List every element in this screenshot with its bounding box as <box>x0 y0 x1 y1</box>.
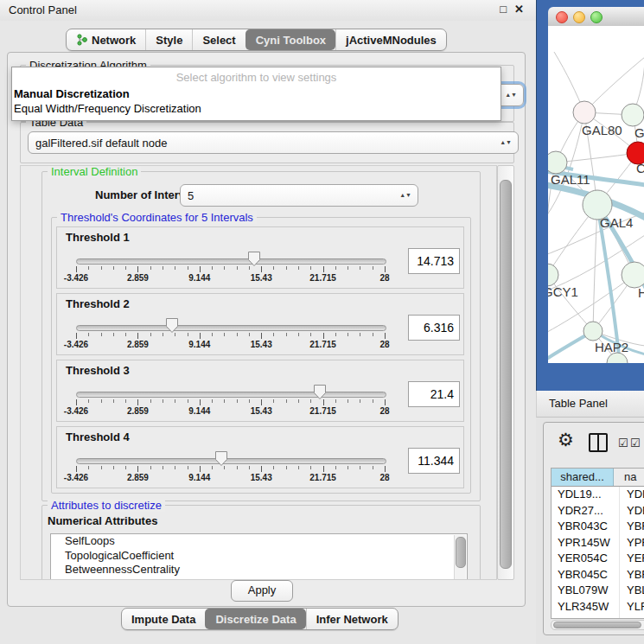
slider-track[interactable] <box>76 392 386 398</box>
tab-label: jActiveMNodules <box>346 34 437 47</box>
tab-label: Style <box>156 34 182 47</box>
float-window-icon[interactable]: □ <box>500 3 507 16</box>
spinner-stepper-icon: ▲▼ <box>399 193 411 198</box>
table-row[interactable]: YLR345W YLR3 <box>552 599 644 615</box>
threshold-value-field[interactable]: 21.4 <box>408 381 460 407</box>
cell-name[interactable]: YBR0 <box>620 519 644 535</box>
tab-style[interactable]: Style <box>145 29 192 50</box>
algorithm-placeholder-item[interactable]: Select algorithm to view settings <box>12 71 501 84</box>
cell-name[interactable]: YER0 <box>620 551 644 567</box>
network-window-titlebar[interactable] <box>548 7 644 27</box>
numerical-attributes-list[interactable]: SelfLoopsTopologicalCoefficientBetweenne… <box>50 533 468 580</box>
network-node-gcy1[interactable] <box>548 264 558 286</box>
table-horizontal-scrollbar[interactable] <box>551 620 644 630</box>
scrollbar-thumb[interactable] <box>500 180 512 569</box>
cell-shared-name[interactable]: YDR27... <box>552 503 620 520</box>
column-header-shared-name[interactable]: shared... <box>552 469 614 486</box>
cell-shared-name[interactable]: YBL079W <box>552 583 620 599</box>
cell-shared-name[interactable]: YIL052C <box>552 615 620 619</box>
window-zoom-icon[interactable] <box>590 11 603 23</box>
table-panel-header: Table Panel <box>536 391 644 418</box>
table-row[interactable]: YBR045C YBR0 <box>552 567 644 583</box>
network-window-frame: GAL80GACGAL11GAL4GCY1HHAP2 <box>536 0 644 391</box>
cell-name[interactable]: YPR1 <box>620 535 644 552</box>
column-header-name[interactable]: na <box>614 469 644 486</box>
threshold-label: Threshold 3 <box>66 364 130 377</box>
slider-thumb-icon[interactable] <box>165 317 179 334</box>
bottom-tab-strip: Impute Data Discretize Data Infer Networ… <box>121 608 399 630</box>
tab-impute-data[interactable]: Impute Data <box>122 609 205 629</box>
cell-shared-name[interactable]: YBR045C <box>552 567 620 583</box>
cell-shared-name[interactable]: YPR145W <box>552 535 620 552</box>
tab-jactivemnodules[interactable]: jActiveMNodules <box>335 29 446 50</box>
slider-scale-label: 15.43 <box>251 473 272 482</box>
network-node-gal80[interactable] <box>573 101 596 124</box>
table-row[interactable]: YDL19... YDL1 <box>552 487 644 503</box>
tab-cyni-toolbox[interactable]: Cyni Toolbox <box>245 29 335 50</box>
network-node-h[interactable] <box>622 262 644 288</box>
columns-icon[interactable] <box>589 433 608 452</box>
network-canvas[interactable]: GAL80GACGAL11GAL4GCY1HHAP2 <box>548 26 644 363</box>
attribute-item[interactable]: SelfLoops <box>51 534 467 549</box>
cell-name[interactable]: YDR2 <box>620 503 644 520</box>
cell-shared-name[interactable]: YDL19... <box>552 487 620 503</box>
attribute-item[interactable]: BetweennessCentrality <box>51 563 467 577</box>
gear-icon[interactable]: ⚙ <box>558 430 574 450</box>
table-row[interactable]: YDR27... YDR2 <box>552 503 644 520</box>
apply-button[interactable]: Apply <box>231 580 293 602</box>
table-panel-title: Table Panel <box>549 397 608 410</box>
slider-ticks-major <box>76 466 386 472</box>
cell-name[interactable]: YBL0 <box>620 583 644 599</box>
cell-name[interactable]: YBR0 <box>620 567 644 583</box>
table-row[interactable]: YBL079W YBL0 <box>552 583 644 599</box>
scrollbar-thumb[interactable] <box>456 537 466 568</box>
network-node-hap2[interactable] <box>583 322 603 341</box>
attribute-item[interactable]: TopologicalCoefficient <box>51 549 467 564</box>
tab-discretize-data[interactable]: Discretize Data <box>205 609 305 629</box>
slider-thumb-icon[interactable] <box>214 450 228 467</box>
combo-stepper-icon: ▲▼ <box>505 92 517 98</box>
window-minimize-icon[interactable] <box>573 11 585 23</box>
window-close-icon[interactable] <box>556 11 568 23</box>
threshold-value-field[interactable]: 11.344 <box>408 448 460 474</box>
close-panel-icon[interactable]: ✕ <box>514 3 524 16</box>
slider-thumb-icon[interactable] <box>247 251 261 267</box>
cell-name[interactable]: YIL0 <box>620 615 644 619</box>
checkbox-icon[interactable]: ☑ <box>618 437 628 450</box>
cyni-toolbox-content: Discretization Algorithm ▲▼ Select algor… <box>7 52 526 607</box>
network-node-gal11[interactable] <box>548 151 567 174</box>
cell-shared-name[interactable]: YER054C <box>552 551 620 567</box>
slider-track[interactable] <box>76 325 386 331</box>
scrollbar-thumb[interactable] <box>553 622 641 628</box>
slider-track[interactable] <box>76 258 386 265</box>
tab-network[interactable]: Network <box>67 29 145 50</box>
slider-scale-label: 2.859 <box>127 406 149 416</box>
threshold-value-field[interactable]: 14.713 <box>408 248 460 274</box>
threshold-value-field[interactable]: 6.316 <box>408 315 460 341</box>
table-data-combobox[interactable]: galFiltered.sif default node ▲▼ <box>28 131 519 154</box>
tab-label: Select <box>202 34 235 47</box>
thresholds-group: Threshold's Coordinates for 5 Intervals … <box>51 217 471 494</box>
number-of-intervals-spinner[interactable]: 5 ▲▼ <box>180 184 418 207</box>
table-row[interactable]: YER054C YER0 <box>552 551 644 567</box>
slider-track[interactable] <box>76 458 386 464</box>
algorithm-popup-item[interactable]: Manual Discretization <box>14 86 499 101</box>
tab-select[interactable]: Select <box>192 29 245 50</box>
slider-thumb-icon[interactable] <box>313 384 327 400</box>
network-node-ga[interactable] <box>622 104 644 126</box>
threshold-panel: Threshold 2 -3.4262.8599.14415.4321.7152… <box>56 293 464 355</box>
panel-vertical-scrollbar[interactable] <box>497 165 514 580</box>
algorithm-popup-item[interactable]: Equal Width/Frequency Discretization <box>14 101 499 116</box>
attributes-scrollbar[interactable] <box>454 535 466 580</box>
table-row[interactable]: YIL052C YIL0 <box>552 615 644 619</box>
tab-infer-network[interactable]: Infer Network <box>306 609 398 629</box>
cell-shared-name[interactable]: YBR043C <box>552 519 620 535</box>
tab-label: Discretize Data <box>215 613 296 626</box>
table-row[interactable]: YBR043C YBR0 <box>552 519 644 535</box>
table-row[interactable]: YPR145W YPR1 <box>552 535 644 552</box>
checkbox-icon[interactable]: ☑ <box>630 437 641 450</box>
slider-scale-label: 15.43 <box>251 340 272 349</box>
cell-name[interactable]: YDL1 <box>620 487 644 503</box>
cell-shared-name[interactable]: YLR345W <box>552 599 620 615</box>
cell-name[interactable]: YLR3 <box>620 599 644 615</box>
